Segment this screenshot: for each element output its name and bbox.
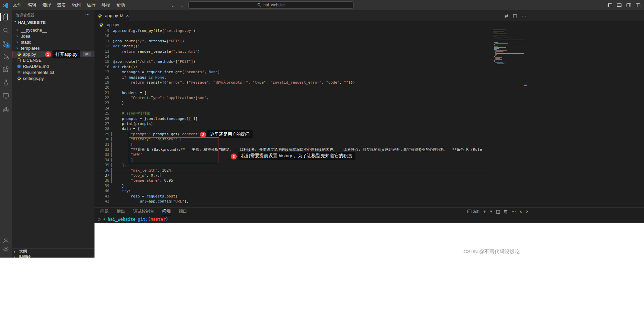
explorer-icon[interactable] — [2, 13, 10, 21]
new-terminal-icon[interactable]: + — [483, 209, 486, 214]
testing-icon[interactable] — [2, 79, 10, 87]
toggle-primary-sidebar-icon[interactable] — [607, 3, 612, 8]
close-panel-icon[interactable]: × — [526, 209, 528, 214]
split-editor-icon[interactable]: ◫ — [513, 13, 517, 18]
menu-查看[interactable]: 查看 — [54, 0, 69, 10]
launch-profile-chevron-icon[interactable]: ∨ — [490, 210, 492, 213]
code-line[interactable]: 19 return jsonify({"error": {"message": … — [94, 80, 490, 85]
code-line[interactable]: 21 headers = { — [94, 90, 490, 95]
command-center-search[interactable]: hai_website — [188, 1, 354, 9]
back-arrow-icon[interactable]: ← — [171, 2, 176, 8]
terminal-prompt[interactable]: ○➜hai_websitegit:(master) — [98, 217, 168, 222]
minimap-line — [493, 36, 506, 36]
tree-item-README.md[interactable]: README.md — [12, 63, 94, 69]
git-change-bar — [111, 34, 112, 38]
code-line[interactable]: 36 "max_length": 1024, — [94, 168, 490, 173]
python-file-icon — [98, 13, 102, 18]
panel-more-actions-icon[interactable]: ⋯ — [512, 209, 516, 214]
toggle-secondary-sidebar-icon[interactable] — [626, 3, 631, 8]
code-line[interactable]: 13 return render_template("chat.html") — [94, 49, 490, 54]
account-icon[interactable] — [2, 236, 10, 244]
maximize-panel-icon[interactable]: ∧ — [520, 210, 522, 213]
menu-帮助[interactable]: 帮助 — [113, 0, 128, 10]
close-tab-icon[interactable]: × — [126, 13, 129, 18]
code-line[interactable]: 9app.config.from_pyfile('settings.py') — [94, 28, 490, 33]
search-view-icon[interactable] — [2, 27, 10, 34]
code-line[interactable]: 18 if messages is None: — [94, 75, 490, 80]
run-and-debug-icon[interactable] — [2, 53, 10, 60]
breadcrumb[interactable]: app.py — [94, 21, 644, 28]
tree-item-static[interactable]: ›static — [12, 39, 94, 45]
terminal-instance[interactable]: zsh — [467, 209, 480, 214]
code-editor[interactable]: 9app.config.from_pyfile('settings.py')10… — [94, 28, 490, 207]
code-line[interactable]: 24 — [94, 106, 490, 111]
code-line[interactable]: 16def chat(): — [94, 64, 490, 70]
forward-arrow-icon[interactable]: → — [179, 2, 184, 8]
customize-layout-icon[interactable] — [636, 3, 641, 8]
menu-编辑[interactable]: 编辑 — [25, 0, 39, 10]
panel-tab-调试控制台[interactable]: 调试控制台 — [133, 209, 154, 215]
remote-explorer-icon[interactable] — [2, 92, 10, 100]
kill-terminal-icon[interactable] — [504, 209, 508, 214]
code-line[interactable]: 42 url=app.config["URL"], — [94, 199, 490, 204]
code-line[interactable]: 40 try: — [94, 188, 490, 193]
overview-ruler[interactable] — [523, 28, 527, 207]
code-line[interactable]: 35 ], — [94, 163, 490, 168]
tree-item-requirements.txt[interactable]: requirements.txt — [12, 69, 94, 75]
sidebar-more-actions-icon[interactable]: ⋯ — [85, 11, 90, 17]
menu-选择[interactable]: 选择 — [39, 0, 54, 10]
settings-gear-icon[interactable] — [2, 245, 10, 253]
code-line[interactable]: 23 } — [94, 100, 490, 105]
line-number: 41 — [94, 194, 109, 199]
code-line[interactable]: 26 prompts = json.loads(messages)[-1] — [94, 116, 490, 121]
code-line[interactable]: 14 — [94, 54, 490, 59]
toggle-panel-icon[interactable] — [617, 3, 622, 8]
code-line[interactable]: 12def index(): — [94, 44, 490, 49]
code-line[interactable]: 17 messages = request.form.get("prompts"… — [94, 70, 490, 75]
panel-tab-终端[interactable]: 终端 — [162, 208, 171, 215]
terminal-prompt-dot: ○ — [98, 217, 101, 222]
tree-item-__pycache__[interactable]: ›__pycache__ — [12, 27, 94, 33]
panel-tab-端口[interactable]: 端口 — [179, 209, 187, 215]
panel-tab-问题[interactable]: 问题 — [100, 209, 109, 215]
file-label: __pycache__ — [21, 28, 47, 33]
code-line[interactable]: 15@app.route("/chat", methods=["POST"]) — [94, 59, 490, 64]
explorer-root-folder[interactable]: › HAI_WEBSITE — [13, 19, 46, 26]
outline-section[interactable]: › 大纲 — [12, 248, 94, 254]
tab-app-py[interactable]: app.py M × — [94, 10, 129, 21]
timeline-section[interactable]: › 时间线 — [12, 254, 94, 258]
code-line[interactable]: 38 "temperature": 0.95 — [94, 178, 490, 183]
code-line[interactable]: 27 print(prompts) — [94, 121, 490, 126]
split-terminal-icon[interactable]: ◫ — [496, 209, 500, 214]
line-number: 15 — [94, 59, 109, 64]
minimap-line — [494, 46, 498, 47]
code-line[interactable]: 20 — [94, 85, 490, 90]
code-line[interactable]: 39 } — [94, 183, 490, 188]
tree-item-.idea[interactable]: ›.idea — [12, 33, 94, 39]
code-line[interactable]: 22 "Content-Type": "application/json", — [94, 95, 490, 100]
line-number: 17 — [94, 70, 109, 75]
git-change-bar — [111, 117, 112, 121]
menu-文件[interactable]: 文件 — [10, 0, 25, 10]
panel-tab-输出[interactable]: 输出 — [117, 209, 125, 215]
extensions-icon[interactable] — [2, 66, 10, 74]
menu-转到[interactable]: 转到 — [69, 0, 84, 10]
git-change-bar — [111, 184, 112, 188]
code-line[interactable]: 11@app.route("/", methods=["GET"]) — [94, 39, 490, 44]
open-changes-icon[interactable]: ⇄ — [504, 13, 508, 18]
file-label: templates — [21, 46, 40, 51]
code-line[interactable]: 10 — [94, 33, 490, 38]
code-text: headers = { — [113, 90, 146, 95]
tree-item-settings.py[interactable]: settings.py — [12, 75, 94, 81]
code-line[interactable]: 28 data = { — [94, 126, 490, 131]
tab-modified-badge: M — [120, 14, 123, 18]
code-line[interactable]: 37 "top_p": 0.7, — [94, 173, 490, 178]
editor-more-actions-icon[interactable]: ⋯ — [522, 13, 526, 18]
code-line[interactable]: 25 # json串转对象 — [94, 111, 490, 116]
menu-终端[interactable]: 终端 — [99, 0, 113, 10]
code-line[interactable]: 41 resp = requests.post( — [94, 194, 490, 199]
menu-运行[interactable]: 运行 — [84, 0, 99, 10]
minimap[interactable] — [493, 28, 523, 207]
containers-icon[interactable] — [2, 105, 10, 113]
line-number: 11 — [94, 39, 109, 44]
